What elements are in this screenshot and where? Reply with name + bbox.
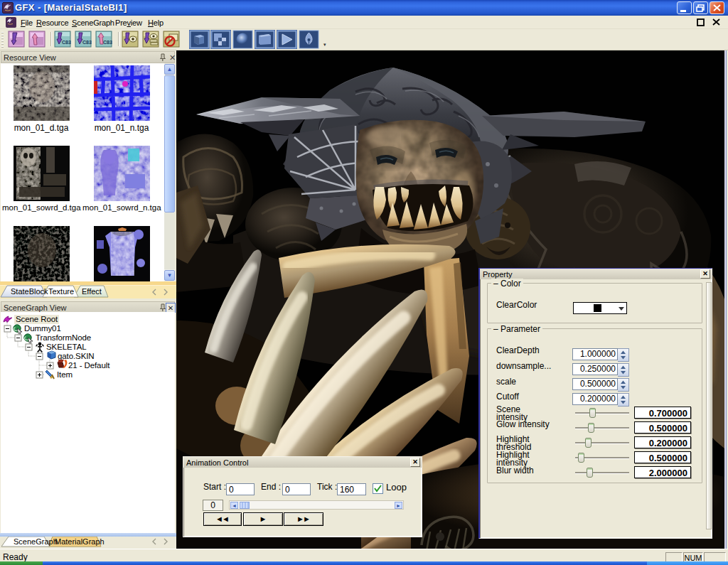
svg-text:C83: C83 [103, 40, 112, 45]
svg-text:C83: C83 [82, 40, 92, 45]
svg-text:StateBlock: StateBlock [11, 287, 48, 296]
svg-text:C83: C83 [62, 40, 71, 45]
svg-text:SceneGraph: SceneGraph [14, 537, 58, 546]
svg-text:Effect: Effect [82, 287, 102, 296]
svg-text:Texture: Texture [48, 287, 74, 296]
svg-text:MaterialGraph: MaterialGraph [55, 537, 105, 546]
